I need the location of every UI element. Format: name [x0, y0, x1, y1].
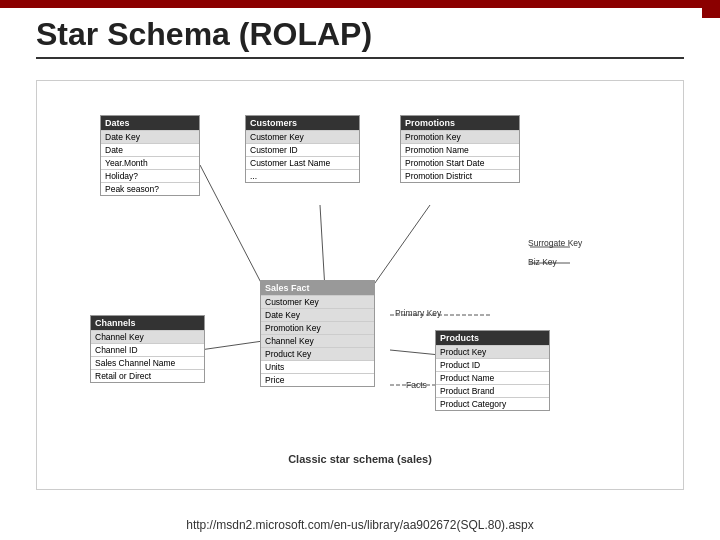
customers-table: Customers Customer Key Customer ID Custo…	[245, 115, 360, 183]
promotions-row-2: Promotion Name	[401, 143, 519, 156]
svg-line-4	[390, 350, 440, 355]
promotions-table: Promotions Promotion Key Promotion Name …	[400, 115, 520, 183]
sales-fact-header: Sales Fact	[261, 281, 374, 295]
sales-fact-row-5: Product Key	[261, 347, 374, 360]
promotions-row-1: Promotion Key	[401, 130, 519, 143]
customers-row-3: Customer Last Name	[246, 156, 359, 169]
biz-key-label: Biz Key	[528, 257, 557, 267]
channels-row-1: Channel Key	[91, 330, 204, 343]
dates-table: Dates Date Key Date Year.Month Holiday? …	[100, 115, 200, 196]
facts-label: Facts	[406, 380, 427, 390]
customers-row-2: Customer ID	[246, 143, 359, 156]
surrogate-key-label: Surrogate Key	[528, 238, 582, 248]
corner-box	[702, 0, 720, 18]
promotions-row-4: Promotion District	[401, 169, 519, 182]
dates-row-1: Date Key	[101, 130, 199, 143]
sales-fact-row-3: Promotion Key	[261, 321, 374, 334]
sales-fact-row-6: Units	[261, 360, 374, 373]
diagram-area: Dates Date Key Date Year.Month Holiday? …	[36, 80, 684, 490]
sales-fact-row-2: Date Key	[261, 308, 374, 321]
sales-fact-row-4: Channel Key	[261, 334, 374, 347]
channels-row-4: Retail or Direct	[91, 369, 204, 382]
dates-row-3: Year.Month	[101, 156, 199, 169]
title-underline	[36, 57, 684, 59]
products-row-4: Product Brand	[436, 384, 549, 397]
top-bar	[0, 0, 720, 8]
customers-row-1: Customer Key	[246, 130, 359, 143]
sales-fact-table: Sales Fact Customer Key Date Key Promoti…	[260, 280, 375, 387]
customers-header: Customers	[246, 116, 359, 130]
dates-header: Dates	[101, 116, 199, 130]
promotions-header: Promotions	[401, 116, 519, 130]
products-row-1: Product Key	[436, 345, 549, 358]
customers-row-4: ...	[246, 169, 359, 182]
products-table: Products Product Key Product ID Product …	[435, 330, 550, 411]
page-title: Star Schema (ROLAP)	[36, 16, 684, 53]
sales-fact-row-1: Customer Key	[261, 295, 374, 308]
svg-line-2	[370, 205, 430, 290]
channels-table: Channels Channel Key Channel ID Sales Ch…	[90, 315, 205, 383]
diagram-inner: Dates Date Key Date Year.Month Holiday? …	[70, 105, 650, 465]
dates-row-2: Date	[101, 143, 199, 156]
dates-row-5: Peak season?	[101, 182, 199, 195]
products-row-3: Product Name	[436, 371, 549, 384]
diagram-caption: Classic star schema (sales)	[70, 453, 650, 465]
title-area: Star Schema (ROLAP)	[36, 16, 684, 59]
sales-fact-row-7: Price	[261, 373, 374, 386]
products-row-5: Product Category	[436, 397, 549, 410]
products-header: Products	[436, 331, 549, 345]
svg-line-1	[320, 205, 325, 290]
footer-url: http://msdn2.microsoft.com/en-us/library…	[0, 518, 720, 532]
promotions-row-3: Promotion Start Date	[401, 156, 519, 169]
dates-row-4: Holiday?	[101, 169, 199, 182]
channels-row-3: Sales Channel Name	[91, 356, 204, 369]
channels-header: Channels	[91, 316, 204, 330]
channels-row-2: Channel ID	[91, 343, 204, 356]
products-row-2: Product ID	[436, 358, 549, 371]
primary-key-label: Primary Key	[395, 308, 441, 318]
